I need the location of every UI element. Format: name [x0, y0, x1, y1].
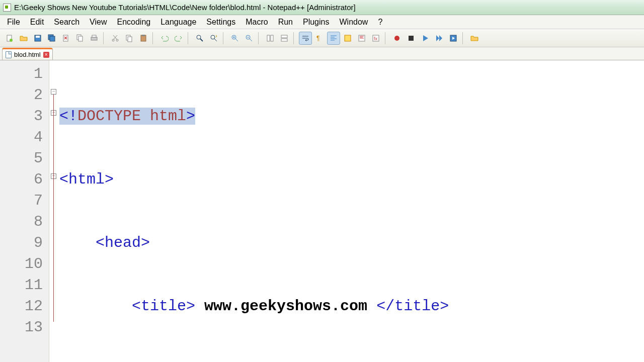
folder-workspace-icon[interactable] — [468, 32, 481, 45]
separator — [258, 32, 261, 44]
svg-point-17 — [197, 35, 201, 39]
window-title: E:\Geeky Shows New Youtube Tutorials\HTM… — [14, 3, 356, 12]
menu-search[interactable]: Search — [49, 16, 85, 28]
save-icon[interactable] — [31, 32, 44, 45]
wordwrap-icon[interactable] — [299, 32, 312, 45]
separator — [103, 32, 106, 44]
replace-icon[interactable] — [207, 32, 220, 45]
svg-point-12 — [116, 39, 118, 41]
sync-v-icon[interactable] — [264, 32, 277, 45]
doc-map-icon[interactable] — [355, 32, 368, 45]
print-icon[interactable] — [88, 32, 101, 45]
play-macro-icon[interactable] — [419, 32, 432, 45]
zoom-in-icon[interactable] — [228, 32, 242, 45]
separator — [152, 32, 155, 44]
code-line: </head> — [58, 359, 644, 362]
svg-point-18 — [211, 35, 215, 39]
line-number: 2 — [0, 84, 43, 106]
tab-label: blod.html — [14, 51, 41, 58]
sync-h-icon[interactable] — [278, 32, 291, 45]
cut-icon[interactable] — [109, 32, 122, 45]
code-area[interactable]: <!DOCTYPE html> <html> <head> <title> ww… — [58, 60, 644, 362]
menu-bar: File Edit Search View Encoding Language … — [0, 15, 644, 29]
menu-encoding[interactable]: Encoding — [112, 16, 155, 28]
svg-rect-9 — [91, 37, 97, 40]
close-all-icon[interactable] — [73, 32, 87, 45]
line-number: 13 — [0, 317, 43, 338]
menu-edit[interactable]: Edit — [25, 16, 49, 28]
svg-rect-26 — [345, 35, 351, 41]
fold-column: − − − — [49, 60, 58, 362]
find-icon[interactable] — [193, 32, 206, 45]
line-number: 4 — [0, 127, 43, 148]
svg-rect-5 — [50, 36, 55, 41]
separator — [223, 32, 226, 44]
close-icon[interactable] — [59, 32, 72, 45]
svg-rect-3 — [36, 36, 40, 38]
separator — [188, 32, 191, 44]
code-line: <head> — [58, 232, 644, 253]
menu-language[interactable]: Language — [155, 16, 201, 28]
editor-area[interactable]: 1 2 3 4 5 6 7 8 9 10 11 12 13 − − − <!DO… — [0, 60, 644, 362]
new-file-icon[interactable] — [3, 32, 16, 45]
play-multi-icon[interactable] — [433, 32, 446, 45]
line-number: 9 — [0, 232, 43, 253]
copy-icon[interactable] — [123, 32, 136, 45]
udlang-icon[interactable] — [341, 32, 354, 45]
svg-rect-8 — [78, 36, 83, 41]
svg-rect-10 — [92, 35, 96, 37]
svg-point-1 — [10, 39, 13, 42]
menu-window[interactable]: Window — [334, 16, 373, 28]
tab-bar: blod.html × — [0, 47, 644, 60]
menu-plugins[interactable]: Plugins — [298, 16, 334, 28]
zoom-out-icon[interactable] — [243, 32, 256, 45]
undo-icon[interactable] — [158, 32, 171, 45]
paste-icon[interactable] — [137, 32, 150, 45]
line-number: 8 — [0, 211, 43, 232]
svg-rect-23 — [281, 35, 287, 38]
svg-rect-24 — [281, 39, 287, 41]
svg-rect-31 — [409, 36, 414, 41]
tab-blod[interactable]: blod.html × — [2, 48, 53, 60]
menu-run[interactable]: Run — [273, 16, 298, 28]
line-number: 11 — [0, 275, 43, 296]
svg-rect-21 — [267, 35, 270, 41]
show-all-chars-icon[interactable]: ¶ — [313, 32, 326, 45]
save-all-icon[interactable] — [45, 32, 58, 45]
func-list-icon[interactable]: fx — [369, 32, 382, 45]
svg-rect-16 — [142, 35, 145, 36]
save-macro-icon[interactable] — [447, 32, 460, 45]
fold-line — [53, 95, 54, 322]
separator — [385, 32, 388, 44]
menu-macro[interactable]: Macro — [240, 16, 273, 28]
svg-point-11 — [112, 39, 114, 41]
tab-close-icon[interactable]: × — [43, 52, 49, 58]
redo-icon[interactable] — [172, 32, 185, 45]
code-line: <!DOCTYPE html> — [58, 106, 644, 127]
indent-guide-icon[interactable] — [327, 32, 340, 45]
code-line: <html> — [58, 169, 644, 190]
code-line: <title> www.geekyshows.com </title> — [58, 296, 644, 317]
menu-settings[interactable]: Settings — [201, 16, 240, 28]
menu-file[interactable]: File — [2, 16, 25, 28]
record-macro-icon[interactable] — [390, 32, 404, 45]
fold-box-icon[interactable]: − — [51, 89, 56, 95]
title-bar: E:\Geeky Shows New Youtube Tutorials\HTM… — [0, 0, 644, 15]
open-file-icon[interactable] — [17, 32, 30, 45]
line-number: 10 — [0, 253, 43, 275]
line-number: 12 — [0, 296, 43, 317]
line-number: 7 — [0, 190, 43, 211]
stop-macro-icon[interactable] — [405, 32, 418, 45]
toolbar: ¶ fx — [0, 29, 644, 47]
line-number: 3 — [0, 106, 43, 127]
svg-text:¶: ¶ — [316, 35, 319, 42]
app-icon — [3, 4, 11, 12]
separator — [462, 32, 465, 44]
menu-help[interactable]: ? — [373, 16, 387, 28]
menu-view[interactable]: View — [85, 16, 112, 28]
separator — [293, 32, 296, 44]
line-number: 6 — [0, 169, 43, 190]
line-number: 1 — [0, 63, 43, 84]
line-number: 5 — [0, 148, 43, 169]
svg-rect-14 — [128, 37, 132, 42]
